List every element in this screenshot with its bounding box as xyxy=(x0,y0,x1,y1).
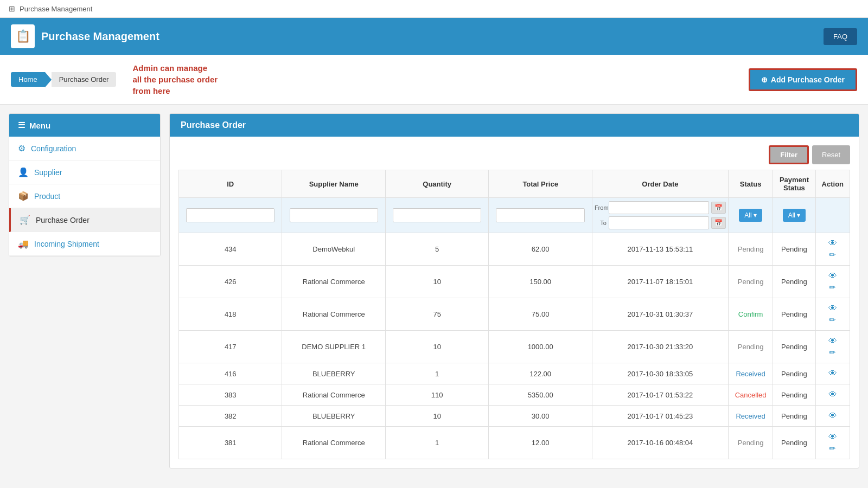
col-id: ID xyxy=(179,170,282,198)
table-row: 381 Rational Commerce 1 12.00 2017-10-16… xyxy=(179,427,850,459)
cell-price: 1000.00 xyxy=(489,331,592,363)
header-left: 📋 Purchase Management xyxy=(11,24,159,48)
view-icon[interactable]: 👁 xyxy=(828,432,837,442)
breadcrumb-home[interactable]: Home xyxy=(11,72,45,87)
cell-payment-status: Pending xyxy=(773,384,815,406)
edit-icon[interactable]: ✏ xyxy=(829,250,836,260)
cell-status: Received xyxy=(728,363,773,384)
to-label: To xyxy=(595,220,607,226)
date-filter-cell: From 📅 To 📅 xyxy=(595,201,726,229)
cell-price: 62.00 xyxy=(489,233,592,266)
filter-supplier-cell[interactable] xyxy=(282,198,385,233)
filter-payment-status-cell[interactable]: All ▾ xyxy=(773,198,815,233)
cell-status: Cancelled xyxy=(728,384,773,406)
cell-date: 2017-10-30 18:33:05 xyxy=(592,363,728,384)
filter-button[interactable]: Filter xyxy=(769,145,809,164)
status-filter-dropdown[interactable]: All ▾ xyxy=(739,209,762,222)
cell-date: 2017-10-31 01:30:37 xyxy=(592,298,728,331)
cell-supplier: BLUEBERRY xyxy=(282,406,385,427)
admin-note: Admin can manage all the purchase order … xyxy=(132,62,218,97)
header-logo: 📋 xyxy=(11,24,35,48)
cell-status: Confirm xyxy=(728,298,773,331)
cell-id: 416 xyxy=(179,363,282,384)
cell-action: 👁 xyxy=(815,363,850,384)
filter-price-input[interactable] xyxy=(496,208,584,222)
cell-quantity: 10 xyxy=(385,331,488,363)
table-row: 418 Rational Commerce 75 75.00 2017-10-3… xyxy=(179,298,850,331)
add-purchase-order-button[interactable]: ⊕ Add Purchase Order xyxy=(749,68,857,91)
action-icons: 👁 xyxy=(820,390,845,400)
add-icon: ⊕ xyxy=(761,75,768,84)
cell-action: 👁 ✏ xyxy=(815,331,850,363)
faq-button[interactable]: FAQ xyxy=(824,28,857,45)
table-row: 426 Rational Commerce 10 150.00 2017-11-… xyxy=(179,266,850,298)
action-icons: 👁 ✏ xyxy=(820,304,845,325)
date-from-input[interactable] xyxy=(609,201,709,214)
view-icon[interactable]: 👁 xyxy=(828,304,837,313)
col-supplier-name: Supplier Name xyxy=(282,170,385,198)
filter-quantity-input[interactable] xyxy=(393,208,481,222)
cell-action: 👁 xyxy=(815,406,850,427)
cell-id: 418 xyxy=(179,298,282,331)
date-to-row: To 📅 xyxy=(595,216,726,229)
sidebar-header: ☰ Menu xyxy=(9,114,160,137)
edit-icon[interactable]: ✏ xyxy=(829,348,836,357)
view-icon[interactable]: 👁 xyxy=(828,369,837,378)
filter-id-cell[interactable] xyxy=(179,198,282,233)
sidebar-item-purchase-order[interactable]: 🛒 Purchase Order xyxy=(9,208,160,232)
sidebar-item-configuration[interactable]: ⚙ Configuration xyxy=(9,137,160,160)
action-icons: 👁 ✏ xyxy=(820,432,845,453)
edit-icon[interactable]: ✏ xyxy=(829,315,836,325)
view-icon[interactable]: 👁 xyxy=(828,336,837,346)
filter-id-input[interactable] xyxy=(186,208,275,222)
edit-icon[interactable]: ✏ xyxy=(829,282,836,292)
view-icon[interactable]: 👁 xyxy=(828,411,837,421)
filter-supplier-input[interactable] xyxy=(290,208,378,222)
calendar-from-button[interactable]: 📅 xyxy=(711,202,726,214)
cell-status: Received xyxy=(728,406,773,427)
sidebar-item-product[interactable]: 📦 Product xyxy=(9,184,160,208)
top-bar-title: Purchase Management xyxy=(20,5,92,13)
table-row: 416 BLUEBERRY 1 122.00 2017-10-30 18:33:… xyxy=(179,363,850,384)
date-to-input[interactable] xyxy=(609,216,709,229)
filter-quantity-cell[interactable] xyxy=(385,198,488,233)
action-icons: 👁 ✏ xyxy=(820,239,845,260)
sidebar-item-label: Product xyxy=(34,192,60,201)
cell-supplier: Rational Commerce xyxy=(282,266,385,298)
payment-status-filter-dropdown[interactable]: All ▾ xyxy=(783,209,806,222)
cell-quantity: 10 xyxy=(385,266,488,298)
table-row: 382 BLUEBERRY 10 30.00 2017-10-17 01:45:… xyxy=(179,406,850,427)
breadcrumb-separator xyxy=(45,72,52,87)
app-header: 📋 Purchase Management FAQ xyxy=(0,18,868,55)
cell-action: 👁 ✏ xyxy=(815,266,850,298)
reset-button[interactable]: Reset xyxy=(812,145,850,164)
view-icon[interactable]: 👁 xyxy=(828,271,837,281)
cell-id: 382 xyxy=(179,406,282,427)
cell-supplier: DemoWebkul xyxy=(282,233,385,266)
cell-date: 2017-10-17 01:53:22 xyxy=(592,384,728,406)
main-layout: ☰ Menu ⚙ Configuration 👤 Supplier 📦 Prod… xyxy=(0,105,868,477)
breadcrumb-section: Home Purchase Order Admin can manage all… xyxy=(11,62,218,97)
col-status: Status xyxy=(728,170,773,198)
cell-payment-status: Pending xyxy=(773,233,815,266)
view-icon[interactable]: 👁 xyxy=(828,390,837,400)
cell-payment-status: Pending xyxy=(773,427,815,459)
cell-supplier: DEMO SUPPLIER 1 xyxy=(282,331,385,363)
cell-date: 2017-10-17 01:45:23 xyxy=(592,406,728,427)
sidebar-item-supplier[interactable]: 👤 Supplier xyxy=(9,160,160,184)
view-icon[interactable]: 👁 xyxy=(828,239,837,248)
filter-price-cell[interactable] xyxy=(489,198,592,233)
date-from-row: From 📅 xyxy=(595,201,726,214)
edit-icon[interactable]: ✏ xyxy=(829,444,836,453)
purchase-order-table: ID Supplier Name Quantity Total Price Or… xyxy=(178,170,850,459)
calendar-to-button[interactable]: 📅 xyxy=(711,217,726,229)
breadcrumb-current: Purchase Order xyxy=(52,72,117,87)
filter-status-cell[interactable]: All ▾ xyxy=(728,198,773,233)
cell-action: 👁 ✏ xyxy=(815,427,850,459)
cell-payment-status: Pending xyxy=(773,363,815,384)
from-label: From xyxy=(595,204,607,211)
incoming-shipment-icon: 🚚 xyxy=(18,239,29,249)
cell-id: 383 xyxy=(179,384,282,406)
sidebar-item-incoming-shipment[interactable]: 🚚 Incoming Shipment xyxy=(9,232,160,256)
cell-status: Pending xyxy=(728,427,773,459)
